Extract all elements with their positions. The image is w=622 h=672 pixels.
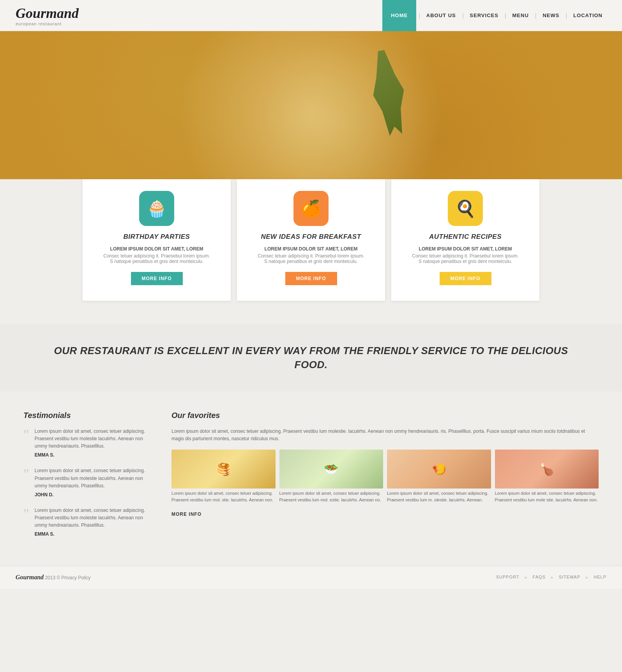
header: Gourmand european restaurant HOME | ABOU… (0, 0, 622, 31)
testimonial-text-2: Lorem ipsum dolor sit amet, consec tetue… (35, 507, 148, 529)
footer-link-support[interactable]: SUPPORT (496, 575, 520, 580)
logo: Gourmand european restaurant (16, 5, 382, 26)
fav-item-3: 🍗 Lorem ipsum dolor sit amet, consec tet… (495, 450, 599, 503)
card-body-light-1: Consec tetuer adipiscing it. Praesebul l… (249, 253, 373, 264)
footer-logo: Gourmand (16, 574, 44, 580)
footer-link-sitemap[interactable]: SITEMAP (559, 575, 580, 580)
footer-sep: ▸ (551, 575, 553, 580)
card-title-recipes: AUTHENTIC RECIPES (403, 233, 528, 241)
footer-copyright: 2013 © Privacy Policy (45, 575, 90, 580)
cupcake-icon: 🧁 (147, 199, 167, 218)
more-info-button-recipes[interactable]: MORE INFO (440, 272, 491, 285)
recipes-icon-wrap: 🍳 (448, 191, 483, 226)
card-body-bold-1: LOREM IPSUM DOLOR SIT AMET, LOREM (249, 246, 373, 252)
egg-icon: 🍳 (455, 199, 475, 218)
fav-caption-3: Lorem ipsum dolor sit amet, consec tetue… (495, 490, 599, 503)
testimonial-item: " Lorem ipsum dolor sit amet, consec tet… (23, 467, 148, 497)
quote-mark-icon: " (23, 507, 29, 537)
testimonials-section: Testimonials " Lorem ipsum dolor sit ame… (23, 411, 148, 547)
testimonial-content-1: Lorem ipsum dolor sit amet, consec tetue… (35, 467, 148, 497)
footer-links: SUPPORT ▸ FAQS ▸ SITEMAP ▸ HELP (496, 575, 606, 580)
footer-left: Gourmand 2013 © Privacy Policy (16, 574, 496, 581)
testimonial-name-0: EMMA S. (35, 452, 148, 458)
quote-text: OUR RESTAURANT IS EXCELLENT IN EVERY WAY… (39, 344, 583, 372)
breakfast-icon-wrap: 🍊 (293, 191, 329, 226)
favorites-grid: 🥞 Lorem ipsum dolor sit amet, consec tet… (171, 450, 599, 503)
testimonial-name-1: JOHN D. (35, 492, 148, 497)
cards-row: 🧁 BIRTHDAY PARTIES LOREM IPSUM DOLOR SIT… (23, 179, 599, 301)
footer: Gourmand 2013 © Privacy Policy SUPPORT ▸… (0, 566, 622, 589)
nav-menu[interactable]: MENU (509, 12, 533, 18)
main-nav: HOME | ABOUT US | SERVICES | MENU | NEWS… (382, 0, 606, 31)
favorites-more-info-link[interactable]: MORE INFO (171, 511, 201, 517)
nav-separator: | (535, 12, 537, 19)
nav-separator: | (419, 12, 420, 19)
fav-caption-2: Lorem ipsum dolor sit amet, consec tetue… (387, 490, 491, 503)
fav-image-0: 🥞 (171, 450, 276, 489)
card-body-bold-0: LOREM IPSUM DOLOR SIT AMET, LOREM (94, 246, 219, 252)
nav-home[interactable]: HOME (382, 0, 416, 31)
logo-title: Gourmand (16, 5, 382, 21)
fav-image-3: 🍗 (495, 450, 599, 489)
fav-item-0: 🥞 Lorem ipsum dolor sit amet, consec tet… (171, 450, 276, 503)
favorites-title: Our favorites (171, 411, 599, 420)
more-info-button-breakfast[interactable]: MORE INFO (285, 272, 337, 285)
nav-separator: | (505, 12, 506, 19)
nav-services[interactable]: SERVICES (466, 12, 502, 18)
card-birthday-parties: 🧁 BIRTHDAY PARTIES LOREM IPSUM DOLOR SIT… (83, 179, 231, 301)
card-breakfast: 🍊 NEW IDEAS FOR BREAKFAST LOREM IPSUM DO… (237, 179, 385, 301)
nav-news[interactable]: NEWS (539, 12, 563, 18)
card-body-bold-2: LOREM IPSUM DOLOR SIT AMET, LOREM (403, 246, 528, 252)
favorites-section: Our favorites Lorem ipsum dolor sit amet… (171, 411, 599, 547)
quote-mark-icon: " (23, 428, 29, 458)
footer-link-help[interactable]: HELP (594, 575, 606, 580)
testimonial-content-2: Lorem ipsum dolor sit amet, consec tetue… (35, 507, 148, 537)
footer-sep: ▸ (586, 575, 588, 580)
testimonial-text-0: Lorem ipsum dolor sit amet, consec tetue… (35, 428, 148, 450)
fav-image-1: 🥗 (279, 450, 383, 489)
footer-link-faqs[interactable]: FAQS (533, 575, 546, 580)
testimonial-name-2: EMMA S. (35, 531, 148, 537)
testimonial-item: " Lorem ipsum dolor sit amet, consec tet… (23, 507, 148, 537)
card-body-light-0: Consec tetuer adipiscing it. Praesebul l… (94, 253, 219, 264)
cards-section: 🧁 BIRTHDAY PARTIES LOREM IPSUM DOLOR SIT… (0, 179, 622, 324)
footer-sep: ▸ (525, 575, 527, 580)
more-info-button-birthday[interactable]: MORE INFO (131, 272, 183, 285)
fav-image-2: 🍤 (387, 450, 491, 489)
favorites-intro: Lorem ipsum dolor sit amet, consec tetue… (171, 428, 599, 443)
nav-separator: | (565, 12, 567, 19)
nav-about[interactable]: ABOUT US (422, 12, 460, 18)
testimonials-title: Testimonials (23, 411, 148, 420)
birthday-icon-wrap: 🧁 (139, 191, 174, 226)
testimonial-text-1: Lorem ipsum dolor sit amet, consec tetue… (35, 467, 148, 490)
nav-location[interactable]: LOCATION (569, 12, 606, 18)
card-body-light-2: Consec tetuer adipiscing it. Praesebul l… (403, 253, 528, 264)
orange-icon: 🍊 (301, 199, 321, 218)
bottom-section: Testimonials " Lorem ipsum dolor sit ame… (0, 392, 622, 566)
card-title-breakfast: NEW IDEAS FOR BREAKFAST (249, 233, 373, 241)
card-recipes: 🍳 AUTHENTIC RECIPES LOREM IPSUM DOLOR SI… (391, 179, 539, 301)
fav-caption-1: Lorem ipsum dolor sit amet, consec tetue… (279, 490, 383, 503)
nav-separator: | (462, 12, 464, 19)
quote-mark-icon: " (23, 467, 29, 497)
fav-item-1: 🥗 Lorem ipsum dolor sit amet, consec tet… (279, 450, 383, 503)
quote-section: OUR RESTAURANT IS EXCELLENT IN EVERY WAY… (0, 324, 622, 392)
testimonial-content-0: Lorem ipsum dolor sit amet, consec tetue… (35, 428, 148, 458)
card-title-birthday: BIRTHDAY PARTIES (94, 233, 219, 241)
logo-subtitle: european restaurant (16, 21, 382, 26)
testimonial-item: " Lorem ipsum dolor sit amet, consec tet… (23, 428, 148, 458)
fav-caption-0: Lorem ipsum dolor sit amet, consec tetue… (171, 490, 276, 503)
fav-item-2: 🍤 Lorem ipsum dolor sit amet, consec tet… (387, 450, 491, 503)
